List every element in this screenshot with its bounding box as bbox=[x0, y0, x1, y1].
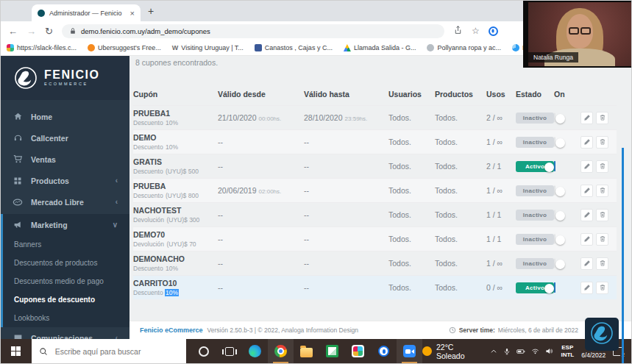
taskbar-app[interactable] bbox=[371, 339, 397, 363]
edit-button[interactable] bbox=[580, 112, 593, 124]
sidebar-subitem-descuentos-medio-de-pago[interactable]: Descuentos medio de pago bbox=[3, 272, 129, 290]
valid-from-cell: 21/10/202000:00hs. bbox=[218, 113, 304, 122]
chrome-icon bbox=[274, 345, 287, 357]
sidebar-item-home[interactable]: Home bbox=[1, 106, 129, 127]
footer-brand[interactable]: Fenicio eCommerce bbox=[140, 326, 203, 334]
bookmark-ubersuggest-s-free[interactable]: Ubersuggest's Free... bbox=[88, 44, 161, 51]
coupon-cell: GRATIS Descuento (UYU)$ 500 bbox=[133, 157, 218, 175]
delete-button[interactable] bbox=[596, 112, 608, 124]
forward-icon[interactable]: → bbox=[26, 26, 36, 36]
delete-button[interactable] bbox=[596, 136, 608, 149]
close-tab-icon[interactable]: × bbox=[130, 9, 135, 18]
coupon-row-nachotest[interactable]: NACHOTEST Devolución (UYU)$ 300 -- -- To… bbox=[133, 202, 617, 226]
actions-cell bbox=[580, 209, 617, 221]
estado-toggle[interactable] bbox=[554, 185, 555, 196]
sidebar: FENICIO ECOMMERCE Home Callcenter bbox=[1, 56, 129, 339]
status-cell: Inactivo bbox=[516, 210, 554, 221]
mic-icon[interactable] bbox=[503, 348, 511, 355]
taskbar-app[interactable] bbox=[345, 339, 371, 363]
fenicio-widget[interactable] bbox=[585, 318, 619, 351]
taskbar-app[interactable] bbox=[268, 339, 294, 363]
back-icon[interactable]: ← bbox=[8, 26, 18, 36]
coupon-row-carrito10[interactable]: CARRITO10 Descuento 10% -- -- Todos. Tod… bbox=[133, 275, 617, 299]
sidebar-subitem-lookbooks[interactable]: Lookbooks bbox=[3, 309, 129, 327]
estado-toggle[interactable] bbox=[554, 234, 555, 244]
battery-icon[interactable] bbox=[516, 347, 525, 356]
estado-toggle[interactable] bbox=[554, 210, 555, 220]
edit-button[interactable] bbox=[580, 233, 593, 246]
bookmark-visiting-uruguay-t[interactable]: Visiting Uruguay | T... bbox=[172, 44, 244, 51]
volume-icon[interactable] bbox=[545, 347, 553, 355]
edit-button[interactable] bbox=[580, 185, 593, 197]
coupon-row-demonacho[interactable]: DEMONACHO Descuento 10% -- -- Todos. Tod… bbox=[133, 251, 617, 275]
delete-button[interactable] bbox=[596, 257, 608, 270]
url-bar[interactable]: demo.fenicio.com.uy/adm_demo/cupones bbox=[62, 24, 444, 38]
reload-icon[interactable]: ↻ bbox=[45, 26, 53, 36]
sidebar-item-comunicaciones[interactable]: Comunicaciones ‹ bbox=[1, 327, 129, 339]
uses-cell: 1 / 1 bbox=[486, 210, 516, 219]
bookmark-star-icon[interactable]: ☆ bbox=[472, 26, 480, 36]
estado-toggle[interactable] bbox=[554, 282, 555, 293]
network-icon[interactable] bbox=[531, 347, 539, 355]
sidebar-item-mercado-libre[interactable]: Mercado Libre ‹ bbox=[1, 191, 129, 213]
chevron-up-icon[interactable] bbox=[490, 348, 497, 355]
coupon-cell: DEMO70 Devolución (UYU)$ 70 bbox=[133, 230, 218, 248]
sidebar-subitem-descuentos-de-productos[interactable]: Descuentos de productos bbox=[3, 254, 129, 272]
coupon-row-gratis[interactable]: GRATIS Descuento (UYU)$ 500 -- -- Todos.… bbox=[133, 154, 617, 178]
search-input[interactable] bbox=[54, 346, 180, 357]
fenicio-favicon bbox=[38, 10, 45, 17]
valid-to-cell: -- bbox=[304, 210, 388, 219]
taskbar-app[interactable] bbox=[294, 339, 319, 363]
coupon-row-prueba[interactable]: PRUEBA Descuento (UYU)$ 800 20/06/201902… bbox=[133, 178, 617, 202]
edit-button[interactable] bbox=[580, 136, 593, 149]
bookmark-llamada-salida-g[interactable]: Llamada Salida - G... bbox=[344, 44, 416, 51]
sidebar-item-callcenter[interactable]: Callcenter bbox=[1, 127, 129, 149]
helpdocs-icon bbox=[512, 44, 519, 51]
edit-button[interactable] bbox=[580, 209, 593, 221]
taskbar-app[interactable] bbox=[319, 339, 345, 363]
sidebar-item-ventas[interactable]: Ventas bbox=[1, 149, 129, 170]
delete-button[interactable] bbox=[596, 209, 608, 221]
taskbar-app[interactable] bbox=[242, 339, 268, 363]
estado-toggle[interactable] bbox=[554, 258, 555, 268]
weather-widget[interactable]: 22°C Soleado bbox=[422, 343, 483, 360]
delete-button[interactable] bbox=[596, 282, 608, 294]
screen-share-border bbox=[622, 148, 624, 363]
browser-tab[interactable]: Administrador — Fenicio × bbox=[32, 4, 141, 21]
sidebar-subitem-cupones-de-descuento[interactable]: Cupones de descuento bbox=[3, 290, 129, 309]
app-footer: Fenicio eCommerce Versión 2.50.b-3 | © 2… bbox=[129, 321, 631, 339]
estado-toggle[interactable] bbox=[554, 113, 555, 123]
taskbar-app[interactable] bbox=[397, 339, 422, 363]
new-tab-button[interactable]: + bbox=[148, 5, 154, 17]
edit-button[interactable] bbox=[580, 282, 593, 294]
taskbar-app[interactable] bbox=[191, 339, 216, 363]
estado-toggle[interactable] bbox=[554, 137, 555, 147]
sidebar-item-productos[interactable]: Productos ‹ bbox=[1, 170, 129, 191]
server-time: Server time: Miércoles, 6 de abril de 20… bbox=[449, 326, 578, 334]
estado-toggle[interactable] bbox=[554, 161, 555, 171]
col-usos: Usos bbox=[486, 90, 516, 99]
coupon-row-demo[interactable]: DEMO Descuento 10% -- -- Todos. Todos. bbox=[133, 129, 617, 154]
bookmark-pollyanna-ropa-y-ac[interactable]: Pollyanna ropa y ac... bbox=[427, 44, 501, 51]
sidebar-item-marketing[interactable]: Marketing ∨ bbox=[3, 214, 129, 235]
onepassword-extension-icon[interactable] bbox=[489, 26, 498, 36]
delete-button[interactable] bbox=[596, 160, 608, 173]
sidebar-subitem-banners[interactable]: Banners bbox=[3, 235, 129, 254]
bookmark-canastos-cajas-y-c[interactable]: Canastos , Cajas y C... bbox=[255, 44, 333, 51]
share-icon[interactable] bbox=[453, 24, 463, 38]
coupon-row-prueba1[interactable]: PRUEBA1 Descuento 10% 21/10/202000:00hs.… bbox=[133, 105, 617, 129]
fenicio-logo: FENICIO ECOMMERCE bbox=[1, 56, 129, 100]
taskbar-search[interactable] bbox=[32, 339, 187, 363]
valid-to-cell: -- bbox=[304, 162, 388, 171]
delete-button[interactable] bbox=[596, 185, 608, 197]
edit-button[interactable] bbox=[580, 160, 593, 173]
delete-button[interactable] bbox=[596, 233, 608, 246]
coupon-row-demo70[interactable]: DEMO70 Devolución (UYU)$ 70 -- -- Todos.… bbox=[133, 226, 617, 251]
language-indicator[interactable]: ESP INTL bbox=[561, 344, 574, 359]
taskbar-app[interactable] bbox=[216, 339, 242, 363]
edit-button[interactable] bbox=[580, 257, 593, 270]
webcam-overlay[interactable]: Natalia Runga bbox=[523, 1, 631, 68]
start-button[interactable] bbox=[1, 339, 32, 363]
users-cell: Todos. bbox=[388, 210, 435, 219]
bookmark-https-slack-files-c[interactable]: https://slack-files.c... bbox=[7, 44, 77, 51]
